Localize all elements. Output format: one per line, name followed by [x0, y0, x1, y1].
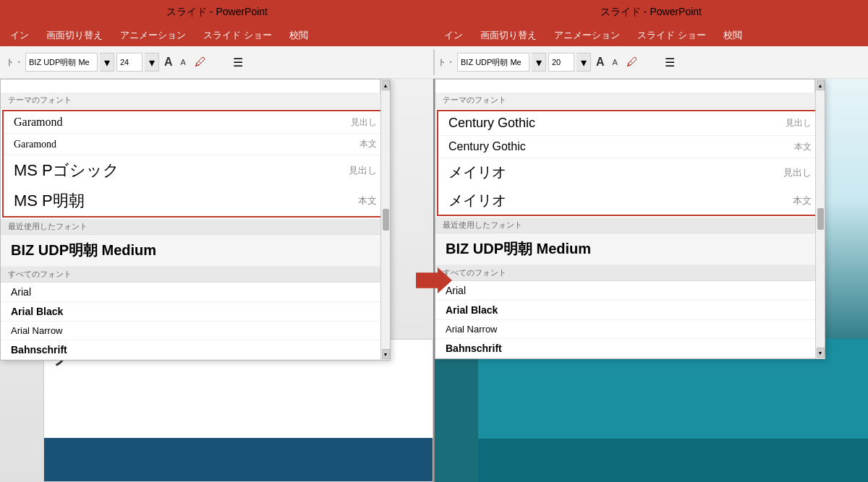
arrow-right — [416, 267, 452, 293]
font-item-century-heading-right[interactable]: Century Gothic 見出し — [438, 111, 822, 136]
font-dropdown-right: ▲ テーマのフォント Century Gothic 見出し Century Go… — [435, 79, 825, 359]
font-item-century-body-right[interactable]: Century Gothic 本文 — [438, 136, 822, 158]
font-item-arial-black-left[interactable]: Arial Black — [1, 302, 390, 322]
btn-clear-format-right[interactable]: 🖊 — [623, 53, 642, 72]
theme-fonts-header-right: テーマのフォント — [435, 92, 825, 108]
font-item-msmincho-body-left[interactable]: MS P明朝 本文 — [4, 186, 387, 216]
menu-transition-right[interactable]: 画面切り替え — [477, 25, 540, 46]
btn-decrease-font-right[interactable]: A — [610, 56, 621, 68]
title-right: スライド - PowerPoint — [434, 0, 868, 25]
font-item-msgothic-heading-left[interactable]: MS Pゴシック 見出し — [4, 155, 387, 186]
ribbon-right: ト・ BIZ UDP明朝 Me ▾ 20 ▾ A A 🖊 ☰ — [438, 53, 862, 72]
slide-preview-right — [478, 339, 868, 482]
scrollbar-left: ▲ ▼ — [380, 79, 390, 360]
font-name-dropdown-left[interactable]: ▾ — [100, 53, 114, 72]
btn-increase-font-left[interactable]: A — [161, 54, 176, 70]
menu-prefix-left: イン — [7, 25, 32, 46]
menu-slideshow-left[interactable]: スライド ショー — [200, 25, 275, 46]
theme-fonts-header-left: テーマのフォント — [1, 92, 390, 108]
btn-clear-format-left[interactable]: 🖊 — [191, 53, 210, 72]
menu-slideshow-right[interactable]: スライド ショー — [634, 25, 709, 46]
font-item-bahnschrift-left[interactable]: Bahnschrift — [1, 340, 390, 360]
font-name-box-left[interactable]: BIZ UDP明朝 Me — [25, 53, 98, 72]
theme-fonts-box-right: Century Gothic 見出し Century Gothic 本文 メイリ… — [437, 110, 823, 216]
font-size-box-left[interactable]: 24 — [116, 53, 142, 72]
font-dropdown-left: ▲ テーマのフォント Garamond 見出し Garamond 本文 — [0, 79, 391, 361]
all-fonts-header-left: すべてのフォント — [1, 267, 390, 283]
menu-animation-right[interactable]: アニメーション — [551, 25, 623, 46]
menu-prefix-right: イン — [441, 25, 466, 46]
btn-decrease-font-left[interactable]: A — [178, 56, 189, 68]
theme-fonts-box-left: Garamond 見出し Garamond 本文 MS Pゴシック 見出し MS… — [2, 110, 388, 218]
scrollbar-thumb-left[interactable] — [383, 209, 389, 231]
font-item-meiryo-body-right[interactable]: メイリオ 本文 — [438, 186, 822, 215]
recent-header-left: 最近使用したフォント — [1, 219, 390, 235]
scrollbar-down-right[interactable]: ▼ — [817, 348, 825, 358]
font-item-arial-narrow-left[interactable]: Arial Narrow — [1, 322, 390, 340]
arrow-container — [416, 267, 452, 293]
scrollbar-up-left[interactable]: ▲ — [382, 80, 390, 90]
all-fonts-header-right: すべてのフォント — [435, 265, 825, 281]
font-size-dropdown-right[interactable]: ▾ — [576, 53, 591, 72]
scrollbar-thumb-right[interactable] — [817, 208, 824, 230]
menu-bar-left: イン 画面切り替え アニメーション スライド ショー 校閲 — [0, 25, 434, 46]
panel-left: ▲ テーマのフォント Garamond 見出し Garamond 本文 — [0, 79, 435, 482]
font-size-box-right[interactable]: 20 — [548, 53, 574, 72]
menu-transition-left[interactable]: 画面切り替え — [43, 25, 106, 46]
menu-review-left[interactable]: 校閲 — [286, 25, 311, 46]
scrollbar-right: ▲ ▼ — [815, 79, 825, 358]
ribbon-left-prefix: ト・ — [6, 56, 23, 69]
menu-bar-right: イン 画面切り替え アニメーション スライド ショー 校閲 — [434, 25, 868, 46]
font-item-garamond-body-left[interactable]: Garamond 本文 — [4, 134, 387, 155]
title-left: スライド - PowerPoint — [0, 0, 434, 25]
font-name-box-right[interactable]: BIZ UDP明朝 Me — [457, 53, 529, 72]
recent-font-left[interactable]: BIZ UDP明朝 Medium — [1, 235, 390, 267]
font-item-arial-left[interactable]: Arial — [1, 283, 390, 302]
scrollbar-down-left[interactable]: ▼ — [382, 349, 390, 359]
font-item-meiryo-heading-right[interactable]: メイリオ 見出し — [438, 158, 822, 186]
ribbon-right-prefix: ト・ — [438, 56, 455, 69]
scrollbar-up-right[interactable]: ▲ — [817, 80, 825, 90]
font-size-dropdown-left[interactable]: ▾ — [145, 53, 159, 72]
font-item-bahnschrift-right[interactable]: Bahnschrift — [435, 339, 825, 358]
btn-list-left[interactable]: ☰ — [229, 53, 247, 72]
font-item-arial-black-right[interactable]: Arial Black — [435, 301, 825, 320]
font-name-dropdown-right[interactable]: ▾ — [532, 53, 546, 72]
font-item-arial-narrow-right[interactable]: Arial Narrow — [435, 320, 825, 339]
menu-animation-left[interactable]: アニメーション — [117, 25, 189, 46]
btn-increase-font-right[interactable]: A — [593, 54, 608, 70]
btn-list-right[interactable]: ☰ — [660, 53, 679, 72]
recent-font-right[interactable]: BIZ UDP明朝 Medium — [435, 233, 825, 265]
panel-right: ▲ テーマのフォント Century Gothic 見出し Century Go… — [435, 79, 868, 482]
ribbon-left: ト・ BIZ UDP明朝 Me ▾ 24 ▾ A A 🖊 ☰ — [6, 53, 430, 72]
font-item-garamond-heading-left[interactable]: Garamond 見出し — [4, 111, 387, 134]
recent-header-right: 最近使用したフォント — [435, 218, 825, 233]
font-item-arial-right[interactable]: Arial — [435, 281, 825, 301]
menu-review-right[interactable]: 校閲 — [720, 25, 745, 46]
